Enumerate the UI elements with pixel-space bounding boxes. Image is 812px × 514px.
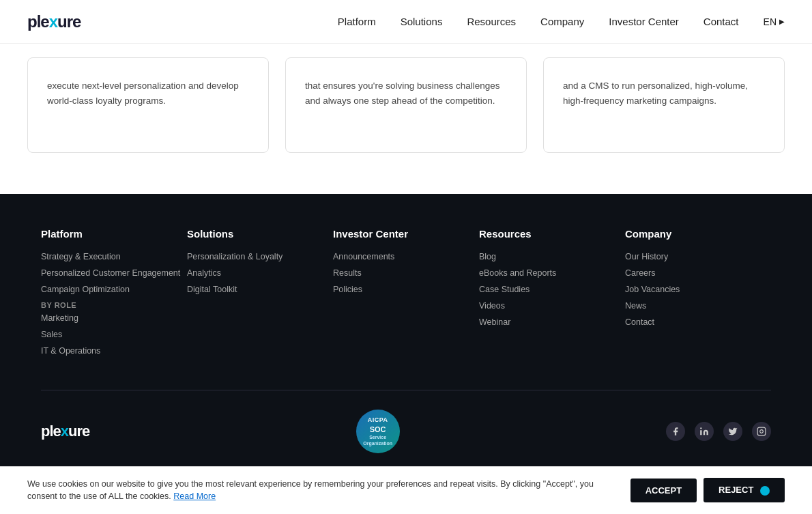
card-2-text: that ensures you're solving business cha… — [305, 78, 507, 109]
footer: Platform Strategy & Execution Personaliz… — [0, 194, 812, 467]
main-content: execute next-level personalization and d… — [0, 0, 812, 467]
footer-col-resources: Resources Blog eBooks and Reports Case S… — [479, 228, 625, 362]
instagram-icon[interactable] — [752, 422, 771, 441]
footer-link-personalized[interactable]: Personalized Customer Engagement — [41, 268, 187, 278]
main-nav: Platform Solutions Resources Company Inv… — [338, 16, 785, 27]
card-2: that ensures you're solving business cha… — [285, 57, 527, 153]
card-1: execute next-level personalization and d… — [27, 57, 269, 153]
reject-button[interactable]: REJECT — [704, 478, 785, 502]
footer-col-platform: Platform Strategy & Execution Personaliz… — [41, 228, 187, 362]
footer-col-solutions: Solutions Personalization & Loyalty Anal… — [187, 228, 333, 362]
footer-link-analytics[interactable]: Analytics — [187, 268, 333, 278]
footer-link-campaign[interactable]: Campaign Optimization — [41, 285, 187, 294]
footer-nav: Platform Strategy & Execution Personaliz… — [41, 228, 771, 390]
footer-link-it-ops[interactable]: IT & Operations — [41, 346, 187, 356]
twitter-icon[interactable] — [723, 422, 742, 441]
header: plexure Platform Solutions Resources Com… — [0, 0, 812, 44]
footer-resources-title: Resources — [479, 228, 625, 240]
cookie-text: We use cookies on our website to give yo… — [27, 478, 617, 504]
footer-col-company: Company Our History Careers Job Vacancie… — [625, 228, 771, 362]
footer-link-our-history[interactable]: Our History — [625, 252, 771, 261]
language-selector[interactable]: EN ▶ — [764, 16, 785, 27]
footer-link-strategy[interactable]: Strategy & Execution — [41, 252, 187, 261]
footer-link-contact[interactable]: Contact — [625, 317, 771, 327]
footer-col-investor: Investor Center Announcements Results Po… — [333, 228, 479, 362]
footer-investor-title: Investor Center — [333, 228, 479, 240]
nav-contact[interactable]: Contact — [704, 16, 739, 27]
footer-company-title: Company — [625, 228, 771, 240]
cards-section: execute next-level personalization and d… — [0, 44, 812, 194]
footer-link-videos[interactable]: Videos — [479, 301, 625, 311]
footer-link-ebooks[interactable]: eBooks and Reports — [479, 268, 625, 278]
read-more-link[interactable]: Read More — [173, 491, 216, 501]
reject-icon — [760, 486, 770, 496]
nav-investor-center[interactable]: Investor Center — [609, 16, 679, 27]
nav-solutions[interactable]: Solutions — [401, 16, 443, 27]
footer-link-webinar[interactable]: Webinar — [479, 317, 625, 327]
aicpa-text: AICPA — [368, 416, 388, 425]
footer-link-personalization-loyalty[interactable]: Personalization & Loyalty — [187, 252, 333, 261]
footer-solutions-title: Solutions — [187, 228, 333, 240]
svg-point-0 — [700, 427, 701, 429]
footer-link-digital-toolkit[interactable]: Digital Toolkit — [187, 285, 333, 294]
footer-bottom: plexure AICPA SOC Service Organization — [41, 410, 771, 467]
footer-logo[interactable]: plexure — [41, 423, 89, 440]
footer-link-blog[interactable]: Blog — [479, 252, 625, 261]
facebook-icon[interactable] — [666, 422, 685, 441]
card-3-text: and a CMS to run personalized, high-volu… — [563, 78, 765, 109]
soc-text: SOC — [370, 425, 386, 434]
cards-row: execute next-level personalization and d… — [27, 57, 785, 153]
footer-link-case-studies[interactable]: Case Studies — [479, 285, 625, 294]
nav-company[interactable]: Company — [540, 16, 584, 27]
svg-rect-1 — [757, 427, 766, 436]
footer-link-sales[interactable]: Sales — [41, 330, 187, 339]
footer-link-job-vacancies[interactable]: Job Vacancies — [625, 285, 771, 294]
footer-platform-title: Platform — [41, 228, 187, 240]
cookie-banner: We use cookies on our website to give yo… — [0, 466, 812, 515]
card-1-text: execute next-level personalization and d… — [47, 78, 249, 109]
cookie-buttons: ACCEPT REJECT — [630, 478, 785, 502]
card-3: and a CMS to run personalized, high-volu… — [543, 57, 785, 153]
footer-link-news[interactable]: News — [625, 301, 771, 311]
accept-button[interactable]: ACCEPT — [630, 479, 697, 502]
footer-link-marketing[interactable]: Marketing — [41, 313, 187, 323]
footer-link-results[interactable]: Results — [333, 268, 479, 278]
nav-resources[interactable]: Resources — [467, 16, 516, 27]
social-icons — [666, 422, 771, 441]
footer-link-careers[interactable]: Careers — [625, 268, 771, 278]
nav-platform[interactable]: Platform — [338, 16, 376, 27]
footer-divider — [41, 390, 771, 390]
footer-link-announcements[interactable]: Announcements — [333, 252, 479, 261]
footer-link-policies[interactable]: Policies — [333, 285, 479, 294]
linkedin-icon[interactable] — [695, 422, 714, 441]
aicpa-badge: AICPA SOC Service Organization — [356, 410, 400, 453]
header-logo[interactable]: plexure — [27, 12, 81, 31]
footer-by-role-label: By Role — [41, 301, 187, 309]
